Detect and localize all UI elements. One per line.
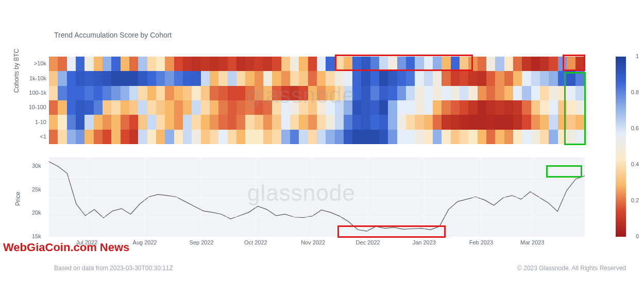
- colorbar-tick: 0: [636, 233, 639, 239]
- heatmap-row: [49, 57, 585, 71]
- heatmap-ytick: >10k: [21, 60, 46, 66]
- heatmap-plot: [49, 57, 585, 144]
- heatmap-y-label: Cohorts by BTC: [13, 49, 20, 93]
- heatmap-ytick: 10-100: [21, 104, 46, 110]
- x-tick: Dec 2022: [356, 239, 380, 245]
- heatmap-row: [49, 71, 585, 85]
- heatmap-row: [49, 86, 585, 100]
- price-ytick: 20k: [32, 209, 41, 216]
- price-plot: [49, 157, 585, 237]
- heatmap-ytick: 100-1k: [21, 90, 46, 96]
- overlay-news-text: WebGiaCoin.com News: [3, 241, 129, 254]
- heatmap-row: [49, 130, 585, 144]
- price-ytick: 25k: [32, 186, 41, 192]
- colorbar-tick: 1: [636, 53, 639, 59]
- colorbar-tick: 0.8: [631, 89, 639, 95]
- price-ytick: 15k: [32, 233, 41, 239]
- chart-title: Trend Accumulation Score by Cohort: [54, 31, 172, 39]
- footer-source: Based on data from 2023-03-30T00:30:11Z: [54, 265, 173, 272]
- heatmap-ytick: 1k-10k: [21, 75, 46, 81]
- price-y-label: Price: [14, 192, 22, 206]
- price-ytick: 30k: [32, 163, 41, 169]
- x-tick: Nov 2022: [301, 239, 325, 245]
- heatmap-row: [49, 100, 585, 115]
- x-tick: Aug 2022: [133, 239, 157, 245]
- x-tick: Mar 2023: [520, 239, 544, 245]
- colorbar-tick: 0.4: [631, 161, 639, 167]
- x-tick: Feb 2023: [469, 239, 493, 245]
- x-tick: Oct 2022: [244, 239, 267, 245]
- x-tick: Sep 2022: [190, 239, 214, 245]
- x-tick: Jan 2023: [413, 239, 436, 245]
- heatmap-ytick: 1-10: [21, 119, 46, 125]
- heatmap-ytick: <1: [21, 133, 46, 139]
- colorbar-tick: 0.2: [631, 197, 639, 203]
- colorbar-tick: 0.6: [631, 125, 639, 131]
- heatmap-row: [49, 115, 585, 129]
- colorbar: [616, 57, 626, 237]
- footer-copyright: © 2023 Glassnode. All Rights Reserved: [517, 265, 626, 272]
